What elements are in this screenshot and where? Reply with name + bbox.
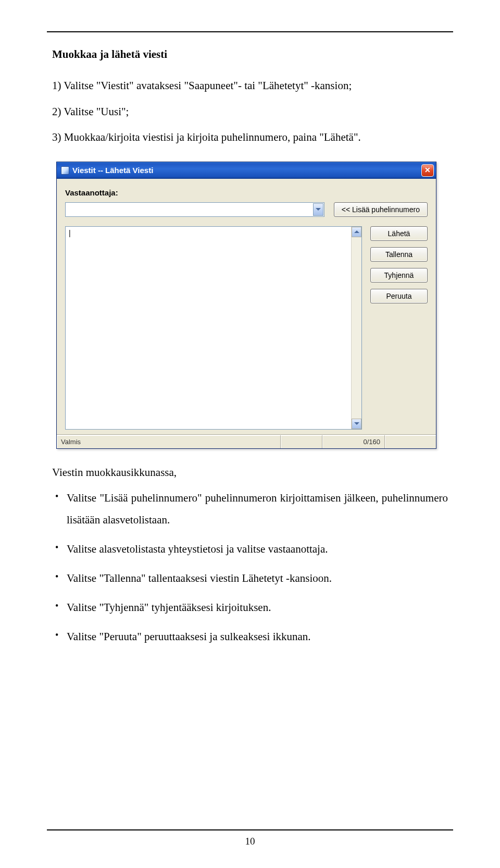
status-mid [281, 435, 322, 448]
message-textarea[interactable] [66, 227, 351, 429]
footer-horizontal-rule [47, 829, 453, 830]
bullet-item-clear: Valitse "Tyhjennä" tyhjentääksesi kirjoi… [52, 596, 448, 618]
send-button[interactable]: Lähetä [370, 226, 428, 241]
close-icon[interactable]: ✕ [421, 164, 434, 177]
document-page: Muokkaa ja lähetä viesti 1) Valitse "Vie… [0, 0, 500, 868]
bullet-item-save: Valitse "Tallenna" tallentaaksesi viesti… [52, 567, 448, 589]
window-title: Viestit -- Lähetä Viesti [72, 166, 153, 175]
step-2: 2) Valitse "Uusi"; [52, 104, 453, 120]
bullet-item-select-contact: Valitse alasvetolistasta yhteystietosi j… [52, 538, 448, 560]
recipient-input[interactable] [65, 202, 324, 217]
recipient-combo[interactable] [65, 202, 324, 217]
send-message-window: Viestit -- Lähetä Viesti ✕ Vastaanottaja… [56, 162, 436, 449]
textarea-scrollbar[interactable] [351, 227, 361, 429]
window-body: Vastaanottaja: << Lisää puhelinnumero [57, 179, 436, 435]
cancel-button[interactable]: Peruuta [370, 289, 428, 303]
bullet-item-cancel: Valitse "Peruuta" peruuttaaksesi ja sulk… [52, 626, 448, 647]
page-footer: 10 [47, 829, 453, 847]
window-icon [61, 166, 69, 175]
after-window-intro: Viestin muokkausikkunassa, [52, 464, 453, 481]
step-3: 3) Muokkaa/kirjoita viestisi ja kirjoita… [52, 129, 453, 146]
recipient-label: Vastaanottaja: [65, 188, 428, 197]
page-number: 10 [47, 836, 453, 847]
status-right [385, 435, 436, 448]
bullet-item-add-number: Valitse "Lisää puhelinnumero" puhelinnum… [52, 487, 448, 531]
clear-button[interactable]: Tyhjennä [370, 268, 428, 283]
status-char-count: 0/160 [322, 435, 385, 448]
top-horizontal-rule [47, 31, 453, 32]
save-button[interactable]: Tallenna [370, 247, 428, 262]
scroll-up-icon[interactable] [352, 227, 361, 237]
action-button-column: Lähetä Tallenna Tyhjennä Peruuta [370, 226, 428, 303]
add-phone-number-button[interactable]: << Lisää puhelinnumero [334, 202, 428, 217]
window-statusbar: Valmis 0/160 [57, 435, 436, 448]
status-ready: Valmis [57, 435, 281, 448]
section-heading: Muokkaa ja lähetä viesti [52, 48, 453, 61]
bullet-list: Valitse "Lisää puhelinnumero" puhelinnum… [47, 487, 453, 647]
scroll-down-icon[interactable] [352, 419, 361, 429]
message-textarea-container [65, 226, 362, 430]
step-1: 1) Valitse "Viestit" avataksesi "Saapune… [52, 78, 453, 94]
chevron-down-icon[interactable] [313, 203, 323, 216]
window-titlebar[interactable]: Viestit -- Lähetä Viesti ✕ [57, 162, 436, 179]
